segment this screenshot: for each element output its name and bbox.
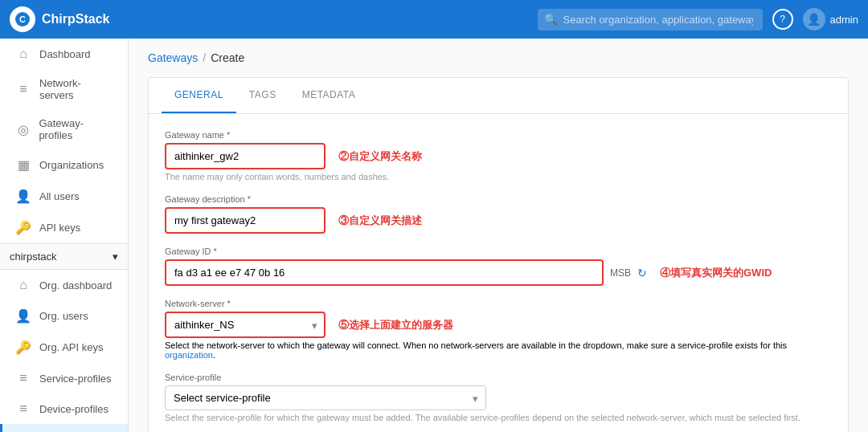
brand-name: ChirpStack (42, 12, 109, 26)
search-container: 🔍 (538, 9, 763, 31)
home-icon: ⌂ (15, 47, 31, 61)
gateway-id-annotation: ④填写真实网关的GWID (660, 266, 772, 280)
tab-metadata[interactable]: METADATA (289, 78, 369, 113)
sidebar-label-org-api-keys: Org. API keys (39, 341, 103, 353)
service-profiles-icon: ≡ (15, 371, 31, 385)
org-users-icon: 👤 (15, 308, 31, 324)
network-icon: ≡ (15, 82, 31, 96)
tab-tags[interactable]: TAGS (236, 78, 289, 113)
sidebar-item-organizations[interactable]: ▦ Organizations (0, 149, 128, 181)
sidebar-item-all-users[interactable]: 👤 All users (0, 181, 128, 212)
sidebar-item-dashboard[interactable]: ⌂ Dashboard (0, 39, 128, 69)
api-keys-icon: 🔑 (15, 220, 31, 235)
gateway-description-group: Gateway description * ③自定义网关描述 (165, 194, 832, 234)
network-server-group: Network-server * aithinker_NS ⑤选择上面建立的服务… (165, 299, 832, 360)
search-input[interactable] (538, 9, 763, 31)
gateway-id-input[interactable] (165, 259, 604, 286)
sidebar-item-org-dashboard[interactable]: ⌂ Org. dashboard (0, 270, 128, 300)
sidebar-label-organizations: Organizations (39, 159, 104, 171)
gateway-id-group: Gateway ID * MSB ↻ ④填写真实网关的GWID (165, 247, 832, 286)
form-body: Gateway name * ②自定义网关名称 The name may onl… (149, 114, 848, 432)
gateway-name-label: Gateway name * (165, 130, 832, 140)
users-icon: 👤 (15, 189, 31, 204)
breadcrumb-current: Create (211, 51, 244, 64)
gateway-profiles-icon: ◎ (15, 122, 31, 137)
tab-general[interactable]: GENERAL (162, 78, 236, 113)
logo-icon: C (10, 6, 35, 32)
sidebar-item-network-servers[interactable]: ≡ Network-servers (0, 69, 128, 109)
service-profile-select[interactable]: Select service-profile (165, 385, 486, 410)
tab-bar: GENERAL TAGS METADATA (149, 78, 848, 114)
org-selector[interactable]: chirpstack ▾ (0, 243, 128, 270)
sidebar-label-device-profiles: Device-profiles (39, 403, 108, 415)
brand-logo: C ChirpStack (10, 6, 109, 32)
network-server-select[interactable]: aithinker_NS (165, 312, 326, 338)
sidebar-label-all-users: All users (39, 190, 80, 202)
service-profile-label: Service-profile (165, 373, 832, 382)
network-server-label: Network-server * (165, 299, 832, 308)
refresh-icon[interactable]: ↻ (637, 267, 647, 279)
sidebar-label-org-users: Org. users (39, 310, 88, 322)
create-gateway-card: GENERAL TAGS METADATA Gateway name * ②自定… (148, 77, 849, 432)
gateway-description-input[interactable] (165, 207, 326, 234)
content-area: Gateways / Create GENERAL TAGS METADATA (129, 39, 868, 432)
user-avatar: 👤 (803, 8, 825, 31)
gateway-name-annotation: ②自定义网关名称 (338, 149, 422, 164)
sidebar-label-dashboard: Dashboard (39, 48, 91, 60)
network-server-hint: Select the network-server to which the g… (165, 340, 832, 360)
gateway-description-label: Gateway description * (165, 194, 832, 204)
sidebar-item-gateways[interactable]: ◎ Gateways ①进入网关配置页面添加网关 (0, 424, 128, 432)
breadcrumb-separator: / (203, 51, 206, 64)
gateway-name-input[interactable] (165, 143, 326, 169)
organizations-icon: ▦ (15, 157, 31, 173)
device-profiles-icon: ≡ (15, 401, 31, 416)
sidebar-label-api-keys: API keys (39, 222, 80, 234)
user-name: admin (830, 14, 858, 26)
sidebar-item-org-api-keys[interactable]: 🔑 Org. API keys (0, 332, 128, 363)
service-profile-hint: Select the service-profile for which the… (165, 413, 832, 422)
sidebar-label-gateway-profiles: Gateway-profiles (39, 117, 115, 141)
network-server-annotation: ⑤选择上面建立的服务器 (338, 318, 453, 332)
chevron-down-icon: ▾ (113, 251, 118, 263)
sidebar-label-org-dashboard: Org. dashboard (39, 279, 112, 291)
breadcrumb-gateways-link[interactable]: Gateways (148, 51, 198, 64)
svg-text:C: C (19, 14, 26, 24)
gateway-id-label: Gateway ID * (165, 247, 832, 256)
sidebar-item-service-profiles[interactable]: ≡ Service-profiles (0, 363, 128, 393)
search-icon: 🔍 (544, 13, 558, 26)
user-account[interactable]: 👤 admin (803, 8, 858, 31)
navbar: C ChirpStack 🔍 ? 👤 admin (0, 0, 868, 39)
org-dashboard-icon: ⌂ (15, 278, 31, 292)
sidebar-label-service-profiles: Service-profiles (39, 373, 112, 385)
sidebar-item-device-profiles[interactable]: ≡ Device-profiles (0, 393, 128, 424)
main-layout: ⌂ Dashboard ≡ Network-servers ◎ Gateway-… (0, 39, 868, 432)
sidebar-item-gateway-profiles[interactable]: ◎ Gateway-profiles (0, 109, 128, 149)
service-profile-group: Service-profile Select service-profile S… (165, 373, 832, 422)
sidebar: ⌂ Dashboard ≡ Network-servers ◎ Gateway-… (0, 39, 129, 432)
gateway-name-hint: The name may only contain words, numbers… (165, 172, 832, 181)
sidebar-item-org-users[interactable]: 👤 Org. users (0, 300, 128, 332)
sidebar-label-network-servers: Network-servers (39, 77, 115, 101)
navbar-right: ? 👤 admin (772, 8, 858, 31)
gateway-name-group: Gateway name * ②自定义网关名称 The name may onl… (165, 130, 832, 181)
org-name: chirpstack (10, 251, 57, 263)
sidebar-item-api-keys[interactable]: 🔑 API keys (0, 212, 128, 243)
help-button[interactable]: ? (772, 9, 793, 30)
org-link[interactable]: organization (165, 350, 213, 360)
msb-label: MSB (610, 267, 631, 279)
org-api-keys-icon: 🔑 (15, 340, 31, 355)
gateway-description-annotation: ③自定义网关描述 (338, 214, 422, 228)
breadcrumb: Gateways / Create (148, 51, 849, 64)
